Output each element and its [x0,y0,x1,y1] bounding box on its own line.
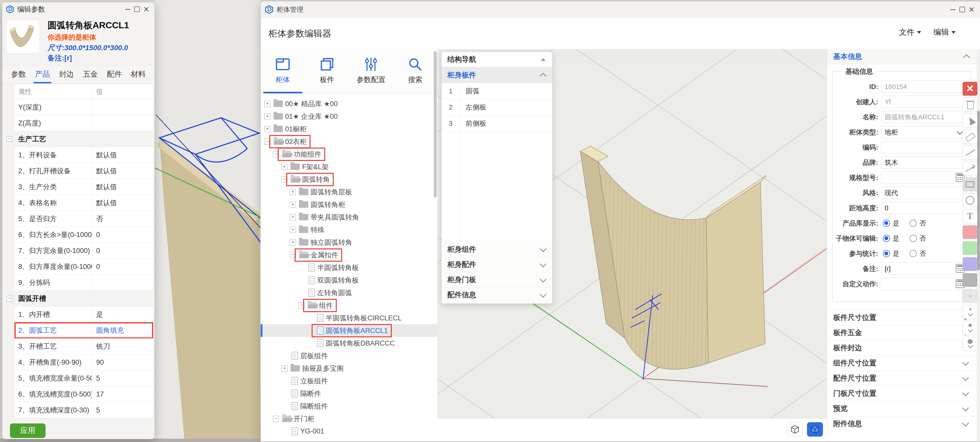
param-row[interactable]: 2、圆弧工艺 圆角填充 [4,323,153,339]
param-value[interactable]: 是 [92,307,153,322]
radio-yes[interactable]: 是 [883,249,899,258]
minimize-icon[interactable] [123,5,132,14]
panel-row[interactable]: 3 前侧板 [442,116,552,132]
tree-scrollbar-thumb[interactable] [434,51,437,198]
arrow-tool-icon[interactable] [963,162,977,175]
sidebar-tab[interactable]: 柜体 [261,49,305,93]
property-section-header[interactable]: 配件尺寸位置 [827,370,977,386]
tree-expander-icon[interactable] [290,252,296,258]
menu-item[interactable]: 编辑 [934,27,956,38]
sidebar-tab[interactable]: 搜索 [393,49,437,93]
body-panels-group-header[interactable]: 柜身板件 [442,67,552,83]
property-section-header[interactable]: 附件信息 [827,416,977,431]
tree-item[interactable]: YG-001 [261,425,437,438]
param-value[interactable]: 90 [92,354,153,370]
dialog-tab[interactable]: 参数 [10,65,27,83]
param-row[interactable]: 6、填充浅槽宽度(0-500) 17 [4,386,153,402]
param-row[interactable]: Z(高度) [4,115,153,131]
close-icon[interactable]: × [142,5,151,14]
tree-item[interactable]: 特殊 [261,223,437,236]
dialog-tab[interactable]: 配件 [105,65,123,83]
color-red-swatch[interactable] [963,225,977,239]
radio-yes[interactable]: 是 [883,219,899,228]
tree-item[interactable]: 半圆弧转角板 [261,261,437,274]
nav-section-header[interactable]: 柜身组件 [442,242,552,257]
field-input[interactable]: 0 [881,202,966,214]
trash-icon[interactable] [963,98,977,111]
dialog-tab[interactable]: 产品 [33,65,51,83]
param-value[interactable]: 铣刀 [92,339,153,354]
tree-item[interactable]: 组件 [261,299,437,312]
3d-viewport[interactable]: 结构导航 柜身板件 1 圆弧 2 左侧板 [437,49,827,442]
param-row[interactable]: 7、归方宽余量(0-1000) 0 [4,243,153,259]
tree-item[interactable]: 带夹具圆弧转角 [261,211,437,223]
field-input[interactable]: 筑木 [881,156,966,169]
field-input[interactable]: 地柜 [881,126,966,138]
field-input[interactable] [881,172,966,184]
property-section-header[interactable]: 板件封边 [827,340,977,355]
param-row[interactable]: 5、填充槽宽度余量(0-500) 5 [4,370,153,386]
tree-item[interactable]: 独立圆弧转角 [261,236,437,249]
tree-expander-icon[interactable] [281,176,288,183]
param-value[interactable]: 默认值 [92,195,153,211]
maximize-icon[interactable] [132,5,142,14]
param-value[interactable]: 5 [92,402,153,418]
rectangle-tool-icon[interactable] [963,177,977,191]
param-row[interactable]: 1、开料设备 默认值 [4,147,153,163]
nav-section-header[interactable]: 柜身门板 [442,272,552,287]
param-row[interactable]: 2、打孔开槽设备 默认值 [4,163,153,179]
group-collapse-icon[interactable] [7,296,12,301]
tree-expander-icon[interactable] [290,227,296,233]
param-value[interactable]: 0 [92,243,153,258]
tree-item[interactable]: 圆弧转角层板 [261,186,437,198]
panel-row[interactable]: 1 圆弧 [442,83,552,99]
param-value[interactable] [92,275,153,290]
dialog-tab[interactable]: 材料 [129,65,147,83]
field-input[interactable]: 圆弧转角板ARCCL1 [881,111,966,123]
param-row[interactable]: 6、归方长余>量(0-1000) 0 [4,227,153,243]
color-gray-swatch[interactable] [963,273,977,287]
field-input[interactable]: 现代 [881,187,966,199]
tree-expander-icon[interactable] [281,164,288,170]
eraser-icon[interactable] [963,130,977,143]
tree-item[interactable]: F架&L架 [261,161,437,173]
panel-row[interactable]: 2 左侧板 [442,99,552,116]
color-purple-swatch[interactable] [963,257,977,271]
property-section-header[interactable]: 板件五金 [827,325,977,340]
param-value[interactable]: 否 [92,211,153,227]
property-section-header[interactable]: 预览 [827,401,977,416]
tree-expander-icon[interactable] [298,302,304,308]
line-tool-icon[interactable] [963,146,977,159]
tree-item[interactable]: 圆弧转角 [261,173,437,186]
param-row[interactable]: 3、生产分类 默认值 [4,179,153,195]
color-green-swatch[interactable] [963,241,977,255]
param-row[interactable]: 1、内开槽 是 [4,307,153,323]
ellipse-tool-icon[interactable] [963,193,977,207]
nav-section-header[interactable]: 柜身配件 [442,257,552,272]
tree-item[interactable]: 圆弧转角板ARCCL1 [261,324,437,337]
thickness-disabled-icon[interactable] [963,289,977,303]
tree-item[interactable]: 抽屉及多宝阁 [261,362,437,375]
param-value[interactable] [46,291,153,306]
maximize-icon[interactable] [958,5,967,14]
tree-expander-icon[interactable] [273,416,279,422]
radio-yes[interactable]: 是 [883,234,899,243]
param-row[interactable]: 圆弧开槽 [4,291,153,307]
property-section-header[interactable]: 组件尺寸位置 [827,355,977,370]
thickness-small-icon[interactable] [963,305,977,319]
tree-expander-icon[interactable] [264,113,270,119]
param-row[interactable]: 7、填充浅槽深度(0-30) 5 [4,402,153,418]
param-value[interactable]: 默认值 [92,163,153,179]
param-row[interactable]: 9、分拣码 [4,275,153,291]
tree-expander-icon[interactable] [273,151,279,157]
radio-no[interactable]: 否 [910,249,926,258]
structure-nav-header[interactable]: 结构导航 [442,52,552,67]
tree-item[interactable]: 02衣柜 [261,135,437,148]
shaded-view-button[interactable] [807,422,823,437]
tree-expander-icon[interactable] [290,214,296,220]
field-input[interactable]: Yf [881,95,966,108]
minimize-icon[interactable] [948,5,958,14]
sidebar-tab[interactable]: 板件 [305,49,349,93]
tree-item[interactable]: 双圆弧转角板 [261,274,437,286]
param-value[interactable] [46,131,153,147]
